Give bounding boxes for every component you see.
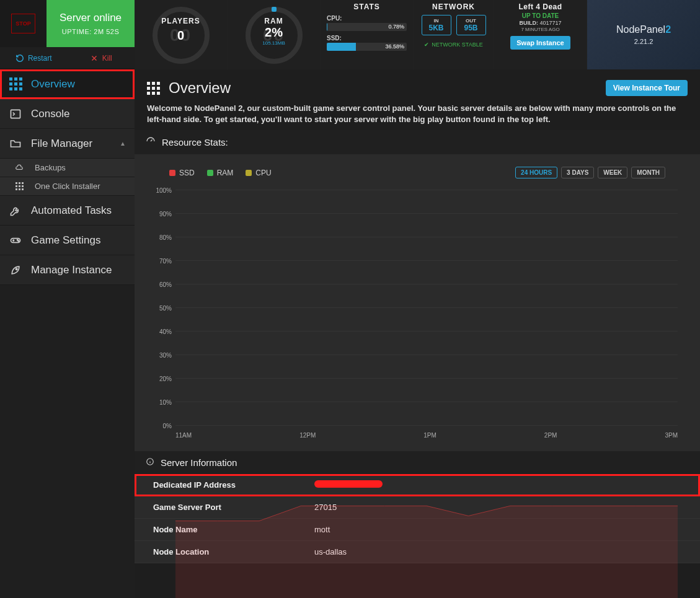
restart-label: Restart	[28, 54, 52, 63]
stats-panel: STATS CPU: 0.78% SSD: 36.58%	[321, 0, 414, 69]
server-uptime: UPTIME: 2M 52S	[62, 28, 120, 35]
nav-backups-label: Backups	[35, 163, 66, 172]
nav-game-settings-label: Game Settings	[31, 234, 100, 247]
cloud-icon	[12, 164, 26, 172]
swap-instance-button[interactable]: Swap Instance	[510, 36, 570, 50]
kill-label: Kill	[102, 54, 112, 63]
nav-file-manager-label: File Manager	[31, 138, 92, 150]
legend-cpu: CPU	[246, 167, 271, 178]
ram-sub: 105.13MB	[262, 40, 285, 46]
server-status-label: Server online	[60, 12, 122, 24]
nav-overview-label: Overview	[31, 78, 75, 90]
gamepad-icon	[9, 234, 22, 247]
overview-description: Welcome to NodePanel 2, our custom-built…	[147, 103, 688, 125]
dashboard-icon	[146, 136, 156, 148]
nav-one-click[interactable]: One Click Installer	[0, 177, 135, 196]
grid-icon	[147, 82, 160, 95]
nav-automated[interactable]: Automated Tasks	[0, 196, 135, 226]
svg-rect-0	[11, 110, 20, 118]
stats-title: STATS	[327, 2, 407, 11]
nav-backups[interactable]: Backups	[0, 159, 135, 177]
kill-icon	[90, 54, 99, 63]
check-icon: ✔	[424, 42, 429, 48]
ram-gauge: RAM 00 2% 105.13MB	[228, 0, 321, 69]
console-icon	[9, 108, 22, 120]
folder-icon	[9, 138, 22, 150]
page-title: Overview	[169, 79, 231, 97]
brand-panel: NodePanel2 2.21.2	[587, 0, 700, 69]
ssd-value: 36.58%	[385, 43, 404, 51]
nav-console-label: Console	[31, 108, 69, 120]
network-status: ✔ NETWORK STABLE	[419, 42, 489, 48]
players-gauge: PLAYERS 00 0	[135, 0, 228, 69]
nav-manage-instance-label: Manage Instance	[31, 264, 112, 276]
ssd-label: SSD:	[327, 35, 407, 42]
ram-gauge-label: RAM	[264, 17, 283, 25]
legend-ram: RAM	[207, 167, 234, 178]
stop-button[interactable]: STOP	[11, 14, 35, 33]
game-build-ago: 7 MINUTES AGO	[499, 27, 582, 32]
players-value: 0	[177, 29, 184, 43]
ram-value: 2%	[265, 25, 283, 40]
cpu-value: 0.78%	[388, 23, 404, 31]
chevron-up-icon: ▲	[120, 140, 126, 147]
grid-icon	[12, 182, 26, 190]
wrench-icon	[9, 204, 22, 217]
network-out: OUT 95B	[456, 15, 486, 35]
resource-stats-title: Resource Stats:	[162, 137, 228, 147]
players-gauge-label: PLAYERS	[161, 17, 200, 25]
nav-manage-instance[interactable]: Manage Instance	[0, 255, 135, 285]
kill-button[interactable]: Kill	[68, 47, 135, 69]
game-title: Left 4 Dead	[499, 2, 582, 11]
brand-version: 2.21.2	[634, 38, 653, 45]
view-tour-button[interactable]: View Instance Tour	[606, 80, 688, 96]
range-month-button[interactable]: MONTH	[631, 167, 665, 178]
range-week-button[interactable]: WEEK	[598, 167, 627, 178]
rocket-icon	[9, 264, 22, 276]
resource-stats-header: Resource Stats:	[135, 130, 700, 154]
svg-point-4	[16, 268, 17, 270]
nav-one-click-label: One Click Installer	[35, 182, 100, 191]
range-3d-button[interactable]: 3 DAYS	[561, 167, 594, 178]
game-panel: Left 4 Dead UP TO DATE BUILD: 4017717 7 …	[494, 0, 587, 69]
resource-chart: 0%10%20%30%40%50%60%70%80%90%100% 11AM12…	[144, 183, 690, 444]
restart-button[interactable]: Restart	[0, 47, 68, 69]
network-panel: NETWORK IN 5KB OUT 95B ✔ NETWORK STABLE	[414, 0, 494, 69]
range-24h-button[interactable]: 24 HOURS	[515, 167, 557, 178]
cpu-label: CPU:	[327, 15, 407, 22]
grid-icon	[9, 77, 22, 90]
legend-ssd: SSD	[169, 167, 195, 178]
restart-icon	[16, 54, 24, 63]
game-build-value: 4017717	[539, 20, 561, 26]
nav-console[interactable]: Console	[0, 99, 135, 129]
nav-game-settings[interactable]: Game Settings	[0, 226, 135, 255]
game-update-status: UP TO DATE	[499, 12, 582, 19]
server-status: Server online UPTIME: 2M 52S	[47, 0, 135, 47]
network-in: IN 5KB	[422, 15, 451, 35]
nav-overview[interactable]: Overview	[0, 69, 135, 99]
svg-point-3	[18, 240, 19, 242]
nav-automated-label: Automated Tasks	[31, 204, 112, 217]
info-icon	[146, 457, 154, 468]
nav-file-manager[interactable]: File Manager ▲	[0, 129, 135, 159]
network-title: NETWORK	[419, 2, 489, 11]
